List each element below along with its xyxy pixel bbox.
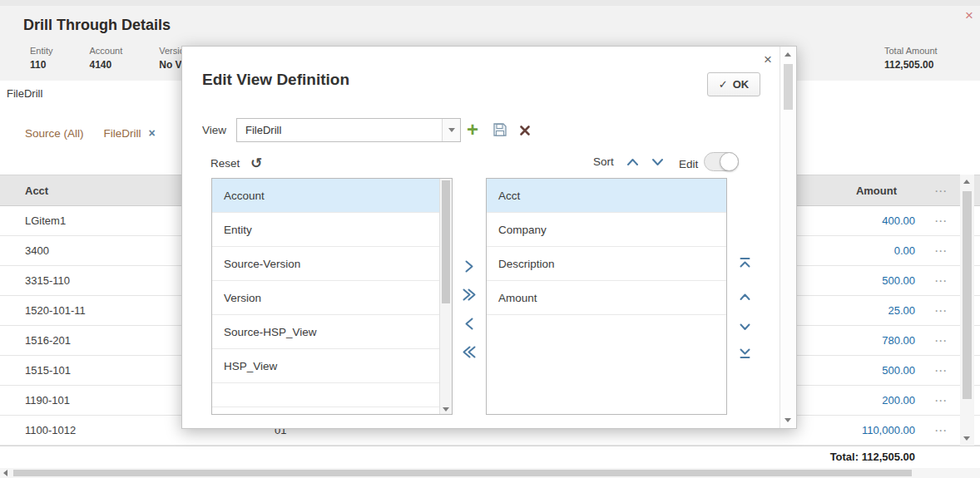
selected-item[interactable]: Amount [487,281,726,315]
edit-toggle[interactable] [704,152,739,171]
row-menu-icon[interactable]: ⋯ [934,236,947,265]
page-title: Drill Through Details [23,17,171,34]
acct-cell: 1520-101-11 [25,296,86,325]
row-menu-icon[interactable]: ⋯ [934,386,947,415]
sort-label: Sort [593,155,614,168]
edit-label: Edit [679,158,698,170]
move-to-bottom-icon[interactable] [735,344,755,362]
row-menu-icon[interactable]: ⋯ [934,266,947,295]
amount-link[interactable]: 500.00 [882,266,915,295]
row-menu-icon[interactable]: ⋯ [934,206,947,235]
vertical-scrollbar-thumb[interactable] [963,191,972,399]
move-down-icon[interactable] [735,318,755,336]
total-amount-label: Total Amount [884,46,938,56]
amount-link[interactable]: 500.00 [882,356,915,385]
file-drill-field[interactable]: FileDrill [7,87,42,100]
delete-view-icon[interactable] [519,125,531,138]
dialog-title: Edit View Definition [202,71,349,89]
list-scrollbar-thumb[interactable] [442,180,450,303]
move-to-top-icon[interactable] [735,254,755,272]
selected-item[interactable]: Description [487,247,726,281]
dialog-close-icon[interactable]: × [764,52,772,67]
window-top-strip [0,0,980,6]
edit-toggle-knob[interactable] [720,152,739,171]
move-all-left-icon[interactable] [459,342,479,361]
acct-cell: LGitem1 [25,206,66,235]
pov-entity: Entity 110 [30,46,53,71]
available-item[interactable]: HSP_View [212,349,439,383]
amount-link[interactable]: 110,000.00 [862,416,915,445]
check-icon: ✓ [719,78,728,91]
available-item[interactable]: Account [212,179,439,213]
dialog-scrollbar-thumb[interactable] [784,64,793,110]
pov-value: 110 [30,59,53,71]
horizontal-scrollbar[interactable] [0,468,980,478]
list-scrollbar[interactable] [439,179,452,414]
move-right-icon[interactable] [459,257,479,275]
view-select[interactable]: FileDrill [236,118,461,142]
acct-cell: 1515-101 [25,356,71,385]
add-view-icon[interactable]: + [467,120,478,140]
row-menu-icon[interactable]: ⋯ [934,296,947,325]
move-all-right-icon[interactable] [459,285,479,303]
sort-descending-icon[interactable] [651,158,664,166]
dialog-scrollbar[interactable] [780,47,796,428]
drill-through-details-screen: Drill Through Details Entity 110 Account… [0,0,980,478]
selected-columns-list: Acct Company Description Amount [486,178,727,415]
scroll-down-icon[interactable] [963,436,970,441]
view-label: View [202,124,226,136]
dropdown-arrow-icon[interactable] [442,119,460,141]
reset-label: Reset [210,157,240,170]
horizontal-scrollbar-thumb[interactable] [13,470,912,476]
scroll-left-icon[interactable] [3,470,7,476]
column-header-acct[interactable]: Acct [25,175,48,206]
page-close-icon[interactable]: × [965,8,973,22]
vertical-scrollbar[interactable] [960,175,974,446]
save-view-icon[interactable] [492,122,507,139]
reset-icon: ↺ [250,155,262,172]
edit-view-definition-dialog: Edit View Definition × ✓ OK View FileDri… [181,46,797,429]
header-menu-icon[interactable]: ⋯ [934,175,947,206]
row-menu-icon[interactable]: ⋯ [934,356,947,385]
available-item[interactable]: Entity [212,213,439,247]
scroll-up-icon[interactable] [784,52,791,57]
available-item-partial [212,383,439,407]
scroll-down-icon[interactable] [443,407,449,411]
pov-account: Account 4140 [90,46,123,71]
acct-cell: 1100-1012 [25,416,76,445]
dialog-content: Edit View Definition × ✓ OK View FileDri… [182,47,780,428]
row-menu-icon[interactable]: ⋯ [934,326,947,355]
acct-cell: 1190-101 [25,386,70,415]
available-items: Account Entity Source-Version Version So… [212,179,439,407]
available-item[interactable]: Source-HSP_View [212,315,439,349]
amount-link[interactable]: 0.00 [894,236,915,265]
pov-label: Entity [30,46,53,56]
pov-value: 4140 [90,59,123,71]
tab-close-icon[interactable]: × [149,126,156,140]
move-up-icon[interactable] [735,288,755,306]
amount-link[interactable]: 25.00 [888,296,915,325]
sort-ascending-icon[interactable] [626,158,639,166]
column-header-amount[interactable]: Amount [856,175,897,206]
tab-filedrill[interactable]: FileDrill × [104,126,156,140]
amount-link[interactable]: 400.00 [882,206,915,235]
tab-label: Source (All) [25,127,84,140]
selected-item[interactable]: Acct [487,179,726,213]
selected-item[interactable]: Company [487,213,726,247]
available-columns-list: Account Entity Source-Version Version So… [211,178,453,415]
acct-cell: 3400 [25,236,49,265]
amount-link[interactable]: 780.00 [882,326,915,355]
scroll-down-icon[interactable] [784,418,791,422]
amount-link[interactable]: 200.00 [882,386,915,415]
acct-cell: 3315-110 [25,266,70,295]
row-menu-icon[interactable]: ⋯ [934,416,947,445]
reset-button[interactable]: Reset ↺ [210,155,263,172]
ok-button[interactable]: ✓ OK [707,72,760,96]
table-total-row: Total: 112,505.00 [0,446,980,468]
available-item[interactable]: Version [212,281,439,315]
move-left-icon[interactable] [459,314,479,333]
pov-bar: Entity 110 Account 4140 Version No Ve [30,46,190,71]
available-item[interactable]: Source-Version [212,247,439,281]
tab-source-all[interactable]: Source (All) [25,127,84,140]
scroll-up-icon[interactable] [963,180,970,184]
